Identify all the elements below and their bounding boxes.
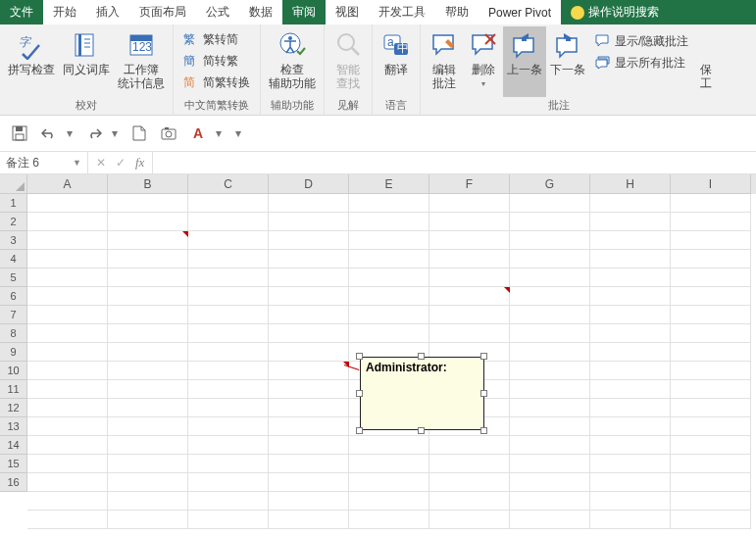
cell[interactable]	[590, 287, 671, 306]
col-header[interactable]: H	[590, 174, 671, 194]
cell[interactable]	[108, 362, 188, 380]
cell[interactable]	[349, 511, 429, 529]
col-header[interactable]: A	[27, 174, 108, 194]
cell[interactable]	[671, 436, 751, 455]
cell[interactable]	[349, 213, 429, 231]
row-header[interactable]: 7	[0, 306, 27, 324]
redo-dropdown[interactable]: ▾	[112, 126, 122, 140]
show-hide-comment-button[interactable]: 显示/隐藏批注	[591, 30, 692, 52]
cell[interactable]	[108, 511, 188, 529]
show-all-comments-button[interactable]: 显示所有批注	[591, 52, 692, 73]
cell[interactable]	[590, 268, 671, 287]
cell[interactable]	[349, 231, 429, 250]
next-comment-button[interactable]: 下一条	[546, 26, 589, 97]
cell[interactable]	[510, 362, 590, 380]
formula-input[interactable]	[159, 156, 750, 170]
tab-formulas[interactable]: 公式	[196, 0, 239, 24]
cell[interactable]	[429, 473, 510, 492]
cell[interactable]	[27, 306, 108, 324]
cell[interactable]	[269, 287, 349, 306]
cell[interactable]	[590, 343, 671, 362]
row-header[interactable]: 16	[0, 473, 27, 492]
check-accessibility-button[interactable]: 检查 辅助功能	[265, 26, 320, 97]
cell[interactable]	[108, 455, 188, 473]
resize-handle[interactable]	[480, 353, 487, 360]
cell[interactable]	[27, 455, 108, 473]
cell[interactable]	[590, 380, 671, 399]
row-header[interactable]: 8	[0, 324, 27, 343]
row-header[interactable]: 6	[0, 287, 27, 306]
cell[interactable]	[108, 436, 188, 455]
cell[interactable]	[590, 213, 671, 231]
simp-to-trad-button[interactable]: 簡简转繁	[179, 50, 254, 72]
cell[interactable]	[510, 436, 590, 455]
col-header[interactable]: G	[510, 174, 590, 194]
cell[interactable]	[671, 287, 751, 306]
cell[interactable]	[349, 455, 429, 473]
cell[interactable]	[27, 399, 108, 417]
cell[interactable]	[510, 194, 590, 213]
cell[interactable]	[27, 362, 108, 380]
cell[interactable]	[510, 511, 590, 529]
cell[interactable]	[269, 380, 349, 399]
tab-review[interactable]: 审阅	[282, 0, 326, 24]
cell[interactable]	[27, 268, 108, 287]
cell[interactable]	[349, 436, 429, 455]
cell[interactable]	[429, 511, 510, 529]
cell[interactable]	[188, 213, 269, 231]
cell[interactable]	[590, 417, 671, 436]
resize-handle[interactable]	[480, 427, 487, 434]
cell[interactable]	[269, 492, 349, 511]
row-header[interactable]: 15	[0, 455, 27, 473]
cell[interactable]	[188, 417, 269, 436]
cell[interactable]	[510, 455, 590, 473]
col-header[interactable]: C	[188, 174, 269, 194]
cell[interactable]	[27, 511, 108, 529]
cell[interactable]	[510, 213, 590, 231]
cell[interactable]	[269, 306, 349, 324]
cell[interactable]	[108, 417, 188, 436]
tab-help[interactable]: 帮助	[435, 0, 479, 24]
cell[interactable]	[671, 417, 751, 436]
cell[interactable]	[590, 455, 671, 473]
cell[interactable]	[27, 194, 108, 213]
cell[interactable]	[671, 194, 751, 213]
workbook-stats-button[interactable]: 123 工作簿 统计信息	[114, 26, 169, 97]
cell[interactable]	[590, 473, 671, 492]
cell[interactable]	[269, 436, 349, 455]
tab-home[interactable]: 开始	[43, 0, 86, 24]
cell[interactable]	[671, 306, 751, 324]
cell[interactable]	[671, 231, 751, 250]
simp-trad-convert-button[interactable]: 简简繁转换	[179, 72, 254, 93]
cell[interactable]	[671, 250, 751, 268]
cell[interactable]	[671, 343, 751, 362]
cell[interactable]	[429, 436, 510, 455]
cell[interactable]	[429, 287, 510, 306]
smart-lookup-button[interactable]: 智能 查找	[328, 26, 368, 97]
cell[interactable]	[188, 324, 269, 343]
tell-me[interactable]: 操作说明搜索	[561, 0, 756, 24]
cell[interactable]	[349, 306, 429, 324]
row-header[interactable]: 12	[0, 399, 27, 417]
cell[interactable]	[108, 287, 188, 306]
cell[interactable]	[590, 306, 671, 324]
cell[interactable]	[349, 194, 429, 213]
cell[interactable]	[590, 250, 671, 268]
cell[interactable]	[429, 306, 510, 324]
comment-indicator[interactable]	[504, 287, 510, 293]
cell[interactable]	[188, 343, 269, 362]
row-header[interactable]: 4	[0, 250, 27, 268]
cell[interactable]	[510, 343, 590, 362]
cell[interactable]	[188, 268, 269, 287]
row-header[interactable]: 3	[0, 231, 27, 250]
tab-developer[interactable]: 开发工具	[369, 0, 435, 24]
cell[interactable]	[188, 511, 269, 529]
protect-button[interactable]: 保 工	[694, 26, 718, 97]
cell[interactable]	[108, 250, 188, 268]
cell[interactable]	[269, 399, 349, 417]
cell[interactable]	[590, 511, 671, 529]
cell[interactable]	[510, 492, 590, 511]
cell[interactable]	[188, 473, 269, 492]
row-header[interactable]: 10	[0, 362, 27, 380]
col-header[interactable]: B	[108, 174, 188, 194]
